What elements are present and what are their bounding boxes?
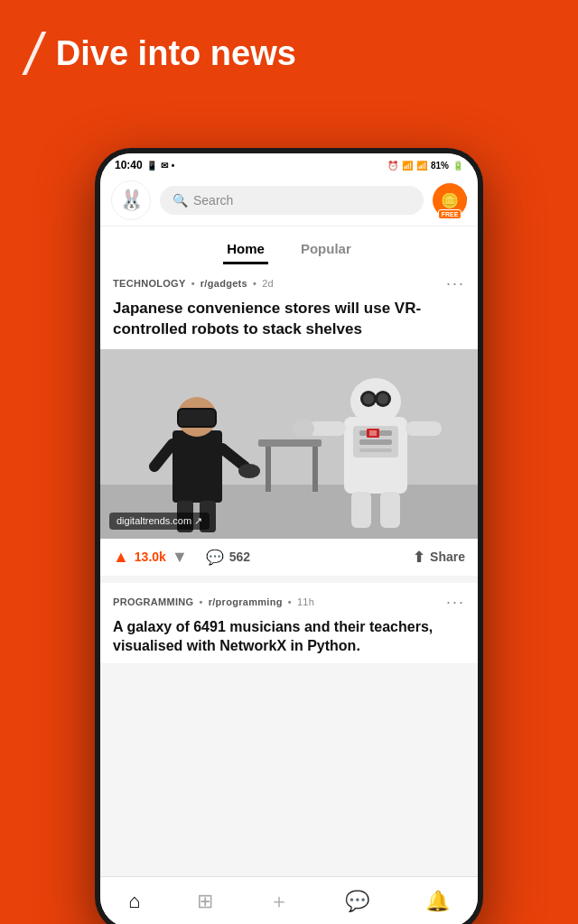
nav-item-home[interactable]: ⌂ [117, 886, 151, 917]
share-area[interactable]: ⬆ Share [413, 549, 465, 566]
downvote-button[interactable]: ▼ [172, 548, 188, 567]
status-battery-text: 81% [431, 161, 449, 171]
post-meta-dot2: • [253, 278, 256, 289]
post-card: TECHNOLOGY • r/gadgets • 2d ··· Japanese… [100, 264, 478, 576]
vote-area: ▲ 13.0k ▼ [113, 548, 188, 567]
svg-rect-11 [258, 439, 322, 447]
svg-rect-27 [406, 421, 442, 436]
logo-emoji: 🐰 [119, 189, 144, 212]
post-time: 2d [262, 278, 274, 289]
status-signal-icon: 📶 [416, 161, 427, 171]
status-bar-right: ⏰ 📶 📶 81% 🔋 [387, 161, 463, 171]
post-category-2: PROGRAMMING [113, 596, 193, 607]
status-bar: 10:40 📱 ✉ • ⏰ 📶 📶 81% 🔋 [100, 153, 478, 175]
svg-rect-18 [359, 448, 392, 452]
coins-free-label: FREE [438, 209, 462, 219]
comment-count: 562 [229, 550, 250, 564]
share-icon: ⬆ [413, 549, 424, 566]
search-icon: 🔍 [172, 193, 188, 208]
grid-icon: ⊞ [197, 890, 213, 913]
svg-rect-13 [312, 447, 318, 492]
vote-count: 13.0k [135, 550, 166, 564]
coins-badge[interactable]: 🪙 FREE [433, 183, 467, 217]
post-image-svg [100, 349, 478, 539]
post-card-2: PROGRAMMING • r/programming • 11h ··· A … [100, 583, 478, 663]
tab-popular[interactable]: Popular [297, 236, 355, 264]
coins-icon: 🪙 [441, 192, 459, 209]
svg-point-25 [378, 393, 388, 404]
header-title: Dive into news [56, 35, 296, 73]
app-header-area: / Dive into news [0, 0, 578, 101]
svg-rect-1 [100, 485, 478, 539]
status-dot: • [172, 161, 175, 171]
svg-rect-29 [351, 492, 371, 528]
svg-point-24 [363, 393, 374, 404]
post-subreddit-2[interactable]: r/programming [209, 596, 283, 607]
feed-tabs: Home Popular [100, 226, 478, 264]
app-logo[interactable]: 🐰 [111, 180, 151, 220]
svg-rect-5 [179, 410, 215, 426]
feed: TECHNOLOGY • r/gadgets • 2d ··· Japanese… [100, 264, 478, 876]
post-image: digitaltrends.com ↗ [100, 349, 478, 539]
chat-icon: 💬 [345, 890, 369, 913]
comment-icon: 💬 [206, 549, 224, 566]
nav-item-notifications[interactable]: 🔔 [415, 886, 461, 917]
bottom-nav: ⌂ ⊞ ＋ 💬 🔔 [100, 876, 478, 924]
status-mail-icon: ✉ [161, 161, 168, 171]
svg-rect-2 [172, 430, 222, 503]
bell-icon: 🔔 [425, 890, 450, 913]
nav-item-chat[interactable]: 💬 [334, 886, 380, 917]
search-placeholder-text: Search [193, 193, 233, 208]
reddit-app-header: 🐰 🔍 Search 🪙 FREE [100, 175, 478, 226]
post-meta-dot-4: • [288, 596, 292, 607]
post-time-2: 11h [297, 596, 314, 607]
post-category: TECHNOLOGY [113, 278, 186, 289]
status-wifi-icon: 📶 [402, 161, 413, 171]
post-category-info-2: PROGRAMMING • r/programming • 11h [113, 596, 314, 607]
search-bar[interactable]: 🔍 Search [160, 186, 424, 215]
post-more-button[interactable]: ··· [446, 275, 465, 291]
device-screen: 10:40 📱 ✉ • ⏰ 📶 📶 81% 🔋 🐰 [100, 153, 478, 924]
svg-point-7 [238, 464, 260, 478]
status-phone-icon: 📱 [146, 161, 157, 171]
svg-point-28 [293, 420, 314, 438]
post-meta-dot-3: • [199, 596, 202, 607]
upvote-button[interactable]: ▲ [113, 548, 129, 567]
home-icon: ⌂ [128, 890, 140, 913]
plus-icon: ＋ [269, 888, 289, 915]
status-alarm-icon: ⏰ [387, 161, 398, 171]
svg-rect-12 [266, 447, 271, 492]
nav-item-create[interactable]: ＋ [258, 884, 300, 919]
device-frame: 10:40 📱 ✉ • ⏰ 📶 📶 81% 🔋 🐰 [95, 148, 483, 924]
status-bar-left: 10:40 📱 ✉ • [115, 159, 174, 171]
nav-item-browse[interactable]: ⊞ [186, 886, 224, 917]
svg-rect-30 [380, 492, 400, 528]
post-meta: TECHNOLOGY • r/gadgets • 2d ··· [100, 264, 478, 295]
status-battery-icon: 🔋 [452, 161, 463, 171]
post-category-info: TECHNOLOGY • r/gadgets • 2d [113, 278, 274, 289]
comment-area[interactable]: 💬 562 [206, 549, 250, 566]
tab-home[interactable]: Home [223, 236, 268, 264]
status-time: 10:40 [115, 159, 143, 171]
post-more-button-2[interactable]: ··· [446, 594, 465, 610]
svg-rect-17 [359, 439, 392, 445]
post-source-badge: digitaltrends.com ↗ [109, 513, 210, 530]
post-meta-2: PROGRAMMING • r/programming • 11h ··· [100, 583, 478, 614]
post-subreddit[interactable]: r/gadgets [200, 278, 247, 289]
share-label: Share [430, 550, 465, 564]
post-title[interactable]: Japanese convenience stores will use VR-… [100, 295, 478, 349]
slash-icon: / [25, 25, 42, 83]
post-actions: ▲ 13.0k ▼ 💬 562 ⬆ Share [100, 539, 478, 576]
svg-rect-20 [369, 430, 377, 436]
post-meta-dot: • [191, 278, 195, 289]
post-title-2[interactable]: A galaxy of 6491 musicians and their tea… [100, 614, 478, 663]
